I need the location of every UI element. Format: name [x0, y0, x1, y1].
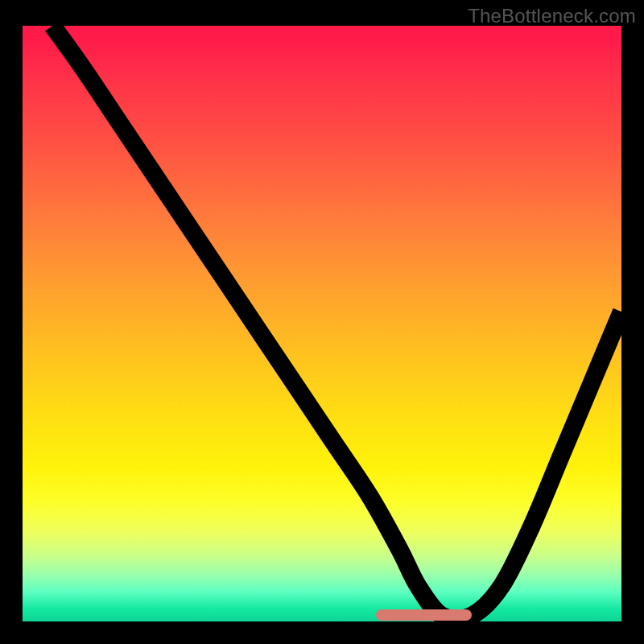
main-curve [52, 26, 621, 619]
plot-area [23, 26, 621, 621]
bottleneck-highlight [376, 609, 472, 621]
watermark-label: TheBottleneck.com [468, 5, 636, 27]
chart-frame: TheBottleneck.com [0, 0, 644, 644]
chart-svg [23, 26, 621, 621]
